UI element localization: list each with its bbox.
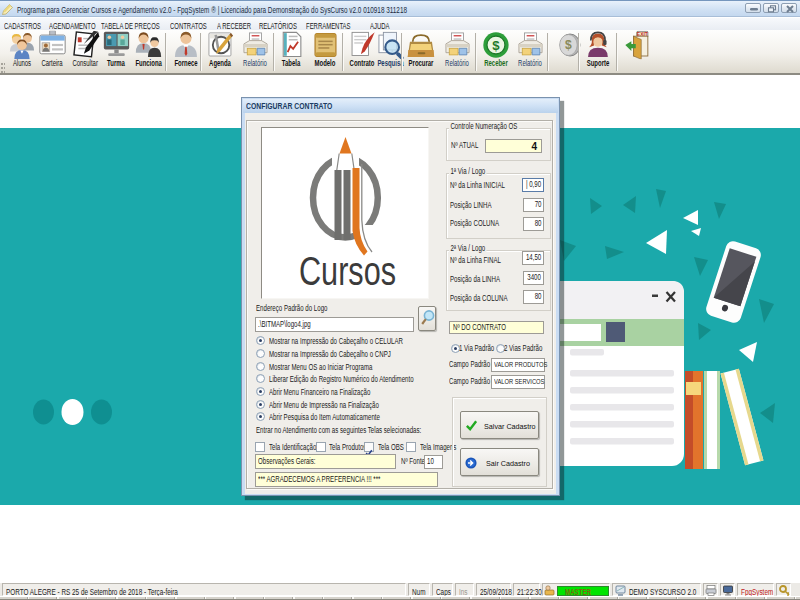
svg-text:$: $ (565, 38, 572, 52)
svg-text:Cursos: Cursos (299, 248, 396, 294)
svg-text:$: $ (492, 38, 500, 53)
